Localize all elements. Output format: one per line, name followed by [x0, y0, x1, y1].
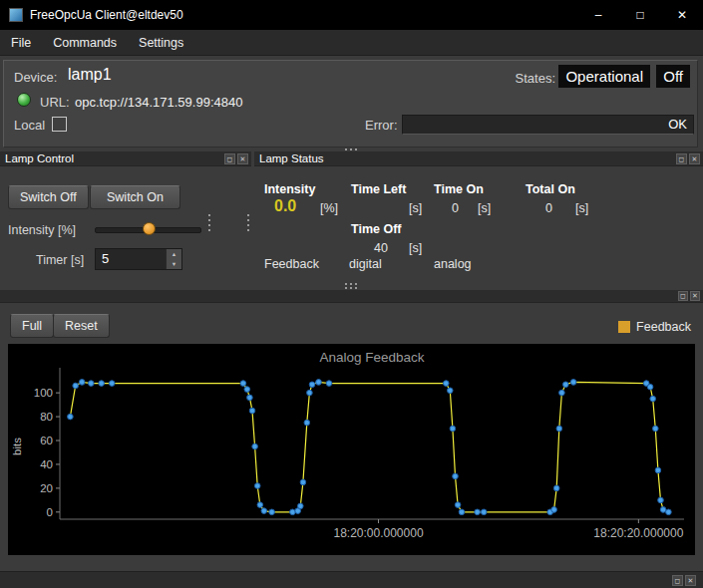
intensity-slider[interactable] [95, 221, 201, 237]
states-label: States: [516, 71, 555, 86]
svg-text:60: 60 [40, 435, 53, 446]
local-label: Local [14, 118, 45, 133]
splitter-handle[interactable] [345, 283, 357, 289]
time-on-unit: [s] [478, 201, 491, 215]
menu-settings[interactable]: Settings [128, 30, 194, 56]
menu-file[interactable]: File [0, 30, 42, 56]
switch-off-button[interactable]: Switch Off [8, 185, 89, 209]
time-on-value: 0 [452, 201, 459, 215]
timer-spinbox[interactable]: 5 ▲ ▼ [95, 248, 182, 270]
float-icon[interactable]: ◻ [672, 575, 683, 586]
float-icon[interactable]: ◻ [678, 291, 688, 301]
local-checkbox[interactable] [52, 117, 67, 132]
total-on-unit: [s] [575, 201, 588, 215]
lamp-control-title: Lamp Control [5, 152, 74, 164]
lamp-status-titlebar[interactable]: Lamp Status ◻ ✕ [254, 151, 703, 166]
menu-bar: File Commands Settings [0, 30, 703, 56]
time-off-unit: [s] [409, 241, 422, 255]
svg-text:0: 0 [47, 506, 53, 518]
svg-text:40: 40 [40, 458, 53, 470]
dock-close-icon[interactable]: ✕ [689, 153, 700, 164]
switch-on-button[interactable]: Switch On [90, 185, 180, 209]
splitter-handle[interactable] [208, 214, 210, 231]
legend-label: Feedback [636, 320, 691, 334]
device-label: Device: [14, 70, 57, 85]
svg-text:bits: bits [11, 438, 23, 455]
error-field[interactable]: OK [402, 115, 694, 135]
url-label: URL: [40, 95, 70, 110]
intensity-label: Intensity [%] [8, 223, 76, 237]
svg-text:Analog Feedback: Analog Feedback [319, 350, 424, 365]
chart-legend[interactable]: Feedback [618, 320, 691, 334]
splitter-handle[interactable] [247, 214, 249, 231]
lamp-control-titlebar[interactable]: Lamp Control ◻ ✕ [0, 151, 251, 166]
intensity-value: 0.0 [274, 197, 296, 215]
chart-dock-titlebar[interactable]: ◻ ✕ [0, 290, 703, 303]
close-icon[interactable]: ✕ [661, 0, 703, 30]
error-label: Error: [365, 118, 398, 133]
time-left-unit: [s] [409, 201, 422, 215]
chart-area[interactable]: Analog Feedbackbits02040608010018:20:00.… [8, 344, 695, 555]
spin-down-icon[interactable]: ▼ [166, 259, 181, 269]
header-time-left: Time Left [351, 182, 406, 196]
chart-dock: ◻ ✕ Full Reset Feedback Analog Feedbackb… [0, 290, 703, 571]
svg-text:100: 100 [34, 387, 53, 399]
digital-label: digital [349, 257, 382, 271]
window-title: FreeOpcUa Client@eltdev50 [30, 8, 577, 22]
svg-text:18:20:00.000000: 18:20:00.000000 [333, 526, 423, 540]
device-panel: Device: lamp1 States: Operational Off UR… [3, 60, 698, 147]
dock-close-icon[interactable]: ✕ [690, 291, 700, 301]
lamp-status-dock: Lamp Status ◻ ✕ Intensity Time Left Time… [254, 151, 703, 289]
intensity-unit: [%] [320, 201, 338, 215]
dock-close-icon[interactable]: ✕ [237, 153, 248, 164]
svg-text:20: 20 [40, 482, 53, 494]
spin-up-icon[interactable]: ▲ [166, 249, 181, 259]
app-icon [9, 8, 23, 22]
header-intensity: Intensity [264, 182, 315, 196]
full-button[interactable]: Full [10, 314, 54, 338]
device-name: lamp1 [68, 66, 112, 84]
timer-value[interactable]: 5 [102, 249, 109, 269]
analog-feedback-chart[interactable]: Analog Feedbackbits02040608010018:20:00.… [8, 344, 695, 555]
dock-close-icon[interactable]: ✕ [685, 575, 696, 586]
svg-text:80: 80 [40, 411, 53, 423]
total-on-value: 0 [545, 201, 552, 215]
lamp-control-dock: Lamp Control ◻ ✕ Switch Off Switch On In… [0, 151, 251, 289]
connection-led-icon [17, 93, 31, 107]
state-off: Off [656, 65, 690, 88]
url-value: opc.tcp://134.171.59.99:4840 [75, 95, 242, 110]
intensity-slider-handle[interactable] [143, 222, 156, 235]
float-icon[interactable]: ◻ [224, 153, 235, 164]
time-off-value: 40 [374, 241, 388, 255]
menu-commands[interactable]: Commands [42, 30, 128, 56]
title-bar[interactable]: FreeOpcUa Client@eltdev50 – □ ✕ [0, 0, 703, 30]
maximize-icon[interactable]: □ [619, 0, 661, 30]
minimize-icon[interactable]: – [577, 0, 619, 30]
time-off-label: Time Off [351, 222, 401, 236]
float-icon[interactable]: ◻ [676, 153, 687, 164]
app-window: FreeOpcUa Client@eltdev50 – □ ✕ File Com… [0, 0, 703, 588]
legend-swatch-icon [618, 321, 630, 333]
header-total-on: Total On [526, 182, 575, 196]
svg-text:18:20:20.000000: 18:20:20.000000 [593, 526, 683, 540]
timer-label: Timer [s] [36, 253, 84, 267]
lamp-status-title: Lamp Status [259, 152, 324, 164]
reset-button[interactable]: Reset [53, 314, 110, 338]
feedback-label: Feedback [264, 257, 319, 271]
header-time-on: Time On [434, 182, 484, 196]
state-operational: Operational [558, 65, 650, 88]
bottom-dock-titlebar[interactable]: ◻ ✕ [0, 571, 703, 588]
analog-label: analog [434, 257, 472, 271]
